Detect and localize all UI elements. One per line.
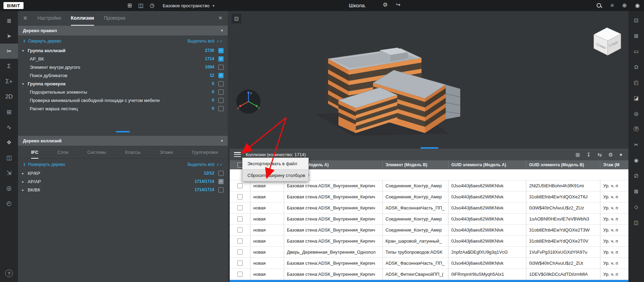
team-icon[interactable]: ◫ bbox=[138, 3, 143, 8]
fit-columns-icon[interactable]: ⇆ bbox=[597, 152, 602, 157]
school-model[interactable] bbox=[297, 29, 491, 150]
ruler-icon[interactable]: ▭ bbox=[628, 44, 644, 59]
search-icon[interactable] bbox=[596, 3, 602, 9]
model-cube-icon[interactable]: ◇ bbox=[628, 199, 644, 215]
tree-item-checkbox[interactable]: ✓ bbox=[218, 56, 224, 62]
row-checkbox[interactable] bbox=[237, 205, 243, 210]
rules-tree-item[interactable]: ▾Группа коллизий2730− bbox=[18, 46, 228, 55]
collision-row[interactable]: новаяБазовая стена:ADSK_Внутренняя_Кирпи… bbox=[230, 214, 628, 225]
collisions-tool[interactable]: ✂ bbox=[0, 44, 18, 59]
panel-resize-handle[interactable] bbox=[116, 131, 130, 132]
menu-item-reset-column-width[interactable]: Сбросить ширину столбцов bbox=[243, 170, 308, 181]
axis-gizmo[interactable]: Z X Y bbox=[235, 88, 262, 115]
column-header[interactable]: Этаж (М bbox=[600, 160, 628, 169]
tree-item-checkbox[interactable] bbox=[218, 81, 224, 86]
collision-row[interactable]: новаяБазовая стена:ADSK_Внутренняя_Кирпи… bbox=[230, 180, 628, 191]
row-checkbox[interactable] bbox=[237, 194, 243, 199]
tab-layers[interactable]: Слои bbox=[57, 147, 69, 159]
rules-tree-item[interactable]: Проверка минимальной свободной площади с… bbox=[18, 96, 228, 104]
tab-classes[interactable]: Классы bbox=[125, 147, 141, 159]
expander-icon[interactable]: ▾ bbox=[22, 82, 28, 86]
tree-item-checkbox[interactable] bbox=[218, 106, 224, 111]
magnet-icon[interactable]: Ω bbox=[628, 59, 644, 75]
rules-section-header[interactable]: Дерево правил ▾ bbox=[18, 26, 228, 36]
tab-systems[interactable]: Системы bbox=[87, 147, 106, 159]
tab-ifc[interactable]: IFC bbox=[31, 147, 38, 159]
help-button[interactable]: ? bbox=[5, 270, 13, 277]
collision-row[interactable]: новаяДверь_Деревянная_Внутренняя_Однопол… bbox=[230, 247, 628, 258]
workspace-dropdown[interactable]: Базовое пространство ▾ bbox=[163, 0, 215, 11]
show-eye-icon[interactable]: ◉ bbox=[628, 152, 644, 168]
panel-menu-icon[interactable]: ≡ bbox=[24, 15, 27, 22]
tab-floors[interactable]: Этажи bbox=[160, 147, 173, 159]
import-icon[interactable]: ↧ bbox=[587, 152, 591, 157]
expander-icon[interactable]: ▸ bbox=[22, 188, 28, 192]
collision-row[interactable]: новаяБазовая стена:ADSK_Внутренняя_Кирпи… bbox=[230, 269, 628, 280]
select-all-rules-link[interactable]: Выделить всё ✓✓ bbox=[188, 39, 223, 44]
collision-row[interactable]: новаяБазовая стена:ADSK_Внутренняя_Кирпи… bbox=[230, 191, 628, 203]
view-cube[interactable]: Слева Сзади bbox=[588, 24, 626, 57]
model-tree-tool[interactable]: ≣ bbox=[0, 13, 18, 28]
rules-tree-item[interactable]: Элемент внутри другого1004 bbox=[18, 63, 228, 71]
structure-tool[interactable]: ⊞ bbox=[0, 104, 18, 120]
section-plane-icon[interactable]: ◪ bbox=[628, 90, 644, 106]
collision-row[interactable]: новаяБазовая стена:ADSK_Внутренняя_Кирпи… bbox=[230, 225, 628, 236]
rules-tree-item[interactable]: ▾Группа проверок0 bbox=[18, 79, 228, 88]
rules-tree-item[interactable]: Расчет марша лестниц0 bbox=[18, 104, 228, 113]
sum-plus-tool[interactable]: Σ+ bbox=[0, 74, 18, 89]
copy-view-icon[interactable]: ⊞ bbox=[575, 152, 580, 157]
tab-settings[interactable]: Настройки bbox=[37, 11, 61, 26]
transparency-icon[interactable]: ◫ bbox=[628, 215, 644, 230]
tree-item-checkbox[interactable] bbox=[218, 187, 224, 192]
toolbox-icon[interactable]: ⊞ bbox=[127, 3, 132, 8]
hide-eye-icon[interactable]: ∅ bbox=[628, 168, 644, 184]
2d-view-tool[interactable]: 2D bbox=[0, 89, 18, 104]
collapse-tree-link[interactable]: ⇕ Свернуть дерево bbox=[23, 39, 61, 44]
fit-view-icon[interactable]: ⊡ bbox=[628, 12, 644, 28]
settings-icon[interactable]: ⚙ bbox=[383, 2, 388, 8]
row-checkbox[interactable] bbox=[237, 183, 243, 188]
select-all-checkbox[interactable] bbox=[237, 162, 243, 168]
collaboration-tool[interactable]: ◫ bbox=[0, 150, 18, 165]
person-pin-tool[interactable]: ◎ bbox=[0, 180, 18, 196]
sum-tool[interactable]: Σ bbox=[0, 59, 18, 74]
plugins-tool[interactable]: ❖ bbox=[0, 135, 18, 150]
app-logo[interactable]: BIMiT bbox=[3, 2, 24, 9]
gauge-tool[interactable]: ◴ bbox=[0, 196, 18, 211]
center-target-icon[interactable]: ◎ bbox=[628, 106, 644, 121]
cut-icon[interactable]: ✂ bbox=[628, 137, 644, 152]
export-tool[interactable]: ⇲ bbox=[0, 165, 18, 180]
table-menu-icon[interactable] bbox=[234, 152, 241, 157]
tab-checks[interactable]: Проверки bbox=[104, 11, 125, 26]
tree-item-checkbox[interactable]: ✓ bbox=[218, 179, 224, 184]
row-checkbox[interactable] bbox=[237, 272, 243, 277]
tree-item-checkbox[interactable]: − bbox=[218, 48, 224, 53]
table-settings-icon[interactable]: ⚙ bbox=[608, 152, 613, 157]
select-tool[interactable]: ➤ bbox=[0, 28, 18, 44]
menu-list-icon[interactable]: ≡ bbox=[610, 3, 614, 8]
rules-tree-item[interactable]: АР_ВК1714✓ bbox=[18, 55, 228, 63]
column-header[interactable]: GUID элемента (Модель B) bbox=[526, 160, 600, 169]
collisions-section-header[interactable]: Дерево коллизий ▾ bbox=[18, 136, 228, 146]
collisions-tree-item[interactable]: ▸ВК/ВК1714/1714 bbox=[18, 186, 228, 194]
rules-tree-item[interactable]: Подозрительные элементы0 bbox=[18, 88, 228, 96]
region-capture-button[interactable]: ⊡ bbox=[232, 14, 241, 23]
select-all-collisions-link[interactable]: Выделить всё ✓✓ bbox=[188, 162, 223, 167]
plan-view-icon[interactable]: Ⓟ bbox=[628, 121, 644, 137]
expand-tree-link[interactable]: ⇕ Развернуть дерево bbox=[23, 162, 65, 167]
rules-tree-item[interactable]: Поиск дубликатов12✓ bbox=[18, 71, 228, 79]
tab-groupings[interactable]: Группировки bbox=[192, 147, 218, 159]
collisions-tree-item[interactable]: ▸КР/КР12/12 bbox=[18, 169, 228, 177]
chart-tool[interactable]: ∿ bbox=[0, 120, 18, 135]
close-icon[interactable]: × bbox=[218, 15, 222, 22]
user-icon[interactable]: ◉ bbox=[635, 3, 640, 8]
collision-row[interactable]: новаяБазовая стена:ADSK_Внутренняя_Кирпи… bbox=[230, 203, 628, 214]
clear-selection-icon[interactable]: ⊠ bbox=[628, 184, 644, 199]
row-checkbox[interactable] bbox=[237, 216, 243, 222]
expander-icon[interactable]: ▸ bbox=[22, 180, 28, 184]
tree-item-checkbox[interactable] bbox=[218, 98, 224, 103]
view-copy-icon[interactable]: ⊞ bbox=[628, 28, 644, 44]
row-checkbox[interactable] bbox=[237, 261, 243, 266]
expander-icon[interactable]: ▾ bbox=[22, 49, 28, 53]
tree-item-checkbox[interactable]: ✓ bbox=[218, 73, 224, 78]
